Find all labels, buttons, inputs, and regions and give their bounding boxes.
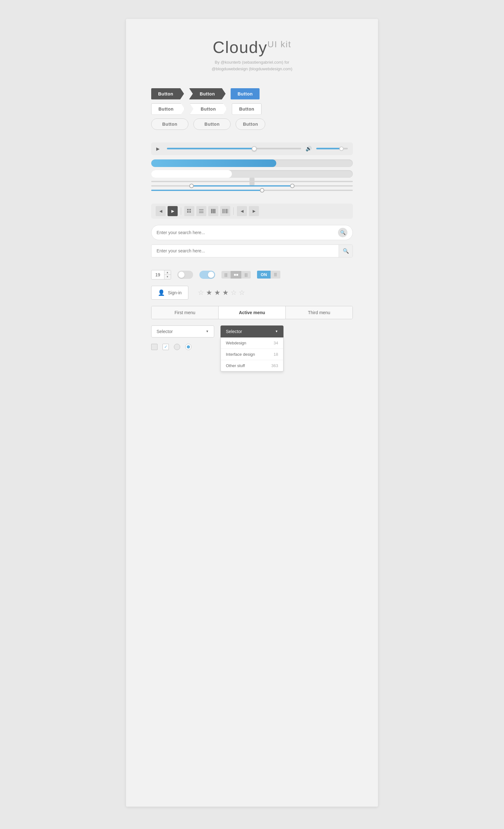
search-input-1[interactable] [156,230,335,235]
sliders-section: ▶ 🔊 [151,142,353,191]
checkbox-unchecked[interactable] [151,344,157,350]
blue-progress-thumb[interactable] [260,188,264,192]
checkbox-checked[interactable]: ✓ [163,344,169,350]
signin-label: Sign-in [168,290,182,295]
search-button-2[interactable]: 🔍 [338,245,353,257]
button-light-2[interactable]: Button [190,103,227,115]
tab-active-menu[interactable]: Active menu [219,306,286,319]
progress-bar-blue-row [151,159,353,167]
page-title: CloudyUI kit [151,38,353,57]
media-divider-1 [181,207,181,215]
search-input-2[interactable] [151,245,338,256]
media-columns-button[interactable] [208,206,218,216]
mini-slider-track[interactable] [316,148,348,149]
button-dark-1[interactable]: Button [151,88,184,100]
buttons-section: Button Button Button Button Button Butto… [151,88,353,130]
svg-rect-6 [199,212,204,213]
button-dark-2[interactable]: Button [189,88,225,100]
mini-slider-fill [316,148,341,149]
star-outline[interactable]: ☆ [198,289,204,297]
media-play-button[interactable]: ▶ [168,206,178,216]
range-slider[interactable] [151,185,353,186]
svg-rect-1 [189,209,191,211]
tab-third-menu[interactable]: Third menu [286,306,353,319]
toggle-off[interactable] [177,271,193,279]
media-list-button[interactable] [196,206,206,216]
blue-progress-slider[interactable] [151,190,353,191]
seg-btn-3[interactable]: ||| [241,271,250,279]
chevron-down-icon-light: ▼ [206,330,209,333]
buttons-row-1: Button Button Button [151,88,353,100]
dropdown-item-1[interactable]: Webdesign 34 [221,337,283,349]
progress-fill-blue [151,159,276,167]
volume-icon[interactable]: 🔊 [305,146,312,152]
search-section: 🔍 🔍 [151,225,353,257]
stars-container: ☆ ★ ★ ★ ☆ ☆ [198,289,245,297]
star-2[interactable]: ★ [214,289,220,297]
button-dark-blue[interactable]: Button [230,88,259,100]
number-value: 19 [151,271,165,279]
number-down-button[interactable]: ▼ [165,275,171,279]
star-5-empty[interactable]: ☆ [239,289,245,297]
star-3[interactable]: ★ [222,289,229,297]
range-thumb-left[interactable] [189,184,194,188]
number-input: 19 ▲ ▼ [151,270,171,280]
button-light-1[interactable]: Button [151,103,185,115]
dropdown-item-3[interactable]: Other stuff 363 [221,360,283,371]
star-4-empty[interactable]: ☆ [230,289,237,297]
radio-checked[interactable] [185,344,191,350]
button-pill-flat[interactable]: Button [236,118,265,130]
user-icon: 👤 [158,289,165,296]
bars-button[interactable]: ☰ [271,271,280,279]
button-pill-2[interactable]: Button [193,118,230,130]
svg-rect-10 [222,209,223,213]
signin-button[interactable]: 👤 Sign-in [151,286,188,300]
search-icon-1[interactable]: 🔍 [338,228,348,237]
play-button[interactable]: ▶ [156,146,163,152]
slider-row-main: ▶ 🔊 [151,142,353,155]
main-slider-track[interactable] [167,148,301,149]
media-divider-2 [233,207,234,215]
button-light-flat[interactable]: Button [232,103,261,115]
range-thumb-right[interactable] [290,184,294,188]
tabs-row: First menu Active menu Third menu [151,306,353,319]
number-up-button[interactable]: ▲ [165,271,171,275]
tab-first-menu[interactable]: First menu [151,306,219,319]
chevron-down-icon-dark: ▼ [275,330,278,333]
on-button[interactable]: ON [257,271,271,279]
seg-btn-1[interactable]: ||| [221,271,230,279]
svg-rect-13 [225,209,225,213]
radio-dot [187,345,190,349]
search-bar-1-container: 🔍 [151,225,353,240]
slider-fill [167,148,254,149]
thin-slider-thumb[interactable] [250,178,254,185]
progress-bar-blue [151,159,353,167]
button-pill-1[interactable]: Button [151,118,188,130]
svg-rect-2 [187,211,189,213]
header: CloudyUI kit By @kounterb (sebastiengabr… [151,38,353,72]
selector-dark-label: Selector [226,329,242,334]
toggle-on-knob [208,272,214,278]
selector-dark[interactable]: Selector ▼ [220,325,284,337]
thin-slider[interactable] [151,181,353,182]
media-barcode-button[interactable] [220,206,230,216]
seg-btn-2[interactable]: ■■ [230,271,242,279]
media-forward-button[interactable]: ▶ [249,206,259,216]
mini-slider-thumb[interactable] [339,146,344,151]
media-grid-button[interactable] [184,206,194,216]
svg-rect-15 [227,209,227,213]
selector-light[interactable]: Selector ▼ [151,325,214,337]
svg-rect-12 [224,209,225,213]
slider-thumb[interactable] [252,146,257,151]
selectors-row: Selector ▼ Selector ▼ Webdesign 34 Inter… [151,325,353,337]
svg-rect-0 [187,209,189,211]
media-prev-button[interactable]: ◀ [156,206,166,216]
toggle-on[interactable] [200,271,215,279]
media-back-button[interactable]: ◀ [237,206,247,216]
dropdown-item-2[interactable]: Interface design 18 [221,349,283,360]
signin-stars-row: 👤 Sign-in ☆ ★ ★ ★ ☆ ☆ [151,286,353,300]
star-1[interactable]: ★ [206,289,212,297]
svg-rect-14 [226,209,227,213]
radio-unchecked[interactable] [174,344,180,350]
dropdown-item-count-2: 18 [274,352,278,357]
